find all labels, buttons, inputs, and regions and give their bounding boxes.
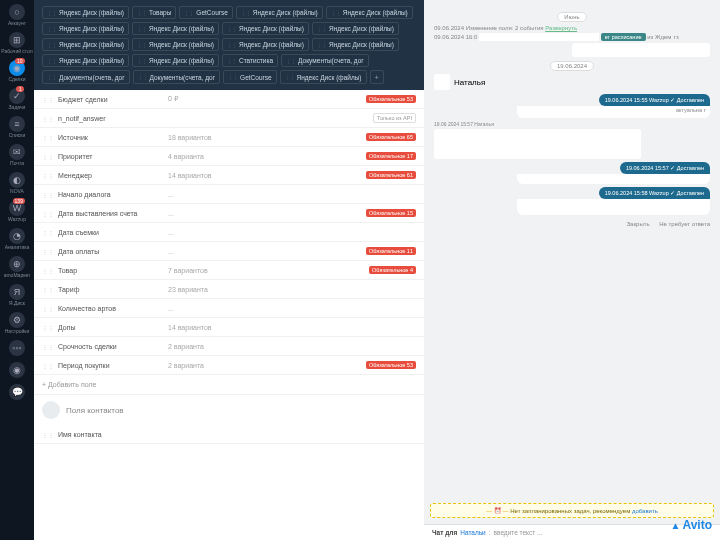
contact-name-field[interactable]: ⋮⋮ Имя контакта bbox=[34, 425, 424, 444]
field-row[interactable]: ⋮⋮Период покупки2 вариантаОбязательное 5… bbox=[34, 356, 424, 375]
tag-chip[interactable]: Яндекс Диск (файлы) bbox=[42, 22, 129, 35]
badge: 139 bbox=[13, 198, 25, 204]
sidebar-icon: ⊕ bbox=[9, 256, 25, 272]
field-row[interactable]: ⋮⋮Тариф23 варианта bbox=[34, 280, 424, 299]
sidebar-item-Аккаунт[interactable]: ○Аккаунт bbox=[8, 4, 26, 26]
field-row[interactable]: ⋮⋮Срочность сделки2 варианта bbox=[34, 337, 424, 356]
tag-chip[interactable]: Документы(счета, дог bbox=[42, 70, 130, 84]
sidebar-item-Wazzup[interactable]: W139Wazzup bbox=[8, 200, 26, 222]
field-row[interactable]: ⋮⋮Менеджер14 вариантовОбязательное 61 bbox=[34, 166, 424, 185]
tag-chip[interactable]: GetCourse bbox=[179, 6, 232, 19]
sidebar-icon: ◔ bbox=[9, 228, 25, 244]
tag-chip[interactable]: Яндекс Диск (файлы) bbox=[312, 22, 399, 35]
sidebar-item-amoМаркет[interactable]: ⊕amoМаркет bbox=[4, 256, 31, 278]
sidebar-icon: Я bbox=[9, 284, 25, 300]
noreply-action[interactable]: Не требует ответа bbox=[659, 221, 710, 227]
chat-placeholder[interactable]: введите текст ... bbox=[494, 529, 543, 536]
field-row[interactable]: ⋮⋮Приоритет4 вариантаОбязательное 17 bbox=[34, 147, 424, 166]
sidebar-item-Рабочий стол[interactable]: ⊞Рабочий стол bbox=[1, 32, 32, 54]
incoming-meta: 19.06 2024 15:57 Наталья bbox=[434, 121, 710, 127]
field-row[interactable]: ⋮⋮Начало диалога... bbox=[34, 185, 424, 204]
contacts-section: Поля контактов bbox=[34, 394, 424, 425]
field-row[interactable]: ⋮⋮Дата оплаты...Обязательное 11 bbox=[34, 242, 424, 261]
tag-chip[interactable]: Статистика bbox=[222, 54, 278, 67]
tag-chip[interactable]: Яндекс Диск (файлы) bbox=[312, 38, 399, 51]
field-value[interactable]: ... bbox=[168, 191, 416, 198]
field-value[interactable]: 2 варианта bbox=[168, 343, 416, 350]
tag-chip[interactable]: Яндекс Диск (файлы) bbox=[236, 6, 323, 19]
watermark: Avito bbox=[671, 518, 712, 532]
field-row[interactable]: ⋮⋮Дата съемки... bbox=[34, 223, 424, 242]
sidebar-item-Настройки[interactable]: ⚙Настройки bbox=[5, 312, 30, 334]
grip-icon: ⋮⋮ bbox=[42, 431, 54, 438]
field-value[interactable]: 7 вариантов bbox=[168, 267, 369, 274]
tag-chip[interactable]: Яндекс Диск (файлы) bbox=[42, 6, 129, 19]
tag-chip[interactable]: Яндекс Диск (файлы) bbox=[42, 38, 129, 51]
add-tag-button[interactable]: + bbox=[370, 70, 384, 84]
close-action[interactable]: Закрыть bbox=[627, 221, 650, 227]
sidebar-footer-icon[interactable]: ◉ bbox=[9, 362, 25, 378]
field-row[interactable]: ⋮⋮Дата выставления счета...Обязательное … bbox=[34, 204, 424, 223]
chat-contact-link[interactable]: Натальи bbox=[460, 529, 486, 536]
event-row: 09.06.2024 16:0 ет расписание из Ждем тз bbox=[434, 33, 710, 41]
sidebar-icon: ≡ bbox=[9, 116, 25, 132]
tag-chip[interactable]: Яндекс Диск (файлы) bbox=[222, 22, 309, 35]
contact-chip: Наталья bbox=[434, 74, 710, 90]
field-value[interactable]: 0 ₽ bbox=[168, 95, 366, 103]
field-row[interactable]: ⋮⋮Количество артов... bbox=[34, 299, 424, 318]
sidebar-footer-icon[interactable]: 💬 bbox=[9, 384, 25, 400]
field-value[interactable]: 23 варианта bbox=[168, 286, 416, 293]
field-value[interactable]: ... bbox=[168, 229, 416, 236]
status-chip: ет расписание bbox=[601, 33, 646, 41]
add-task-link[interactable]: добавить bbox=[632, 508, 658, 514]
date-separator: 19.06.2024 bbox=[434, 61, 710, 70]
sidebar-item-NOVA[interactable]: ◐NOVA bbox=[9, 172, 25, 194]
grip-icon: ⋮⋮ bbox=[42, 267, 54, 274]
sidebar-item-Сделки[interactable]: ◉10Сделки bbox=[8, 60, 25, 82]
tag-chip[interactable]: Яндекс Диск (файлы) bbox=[132, 38, 219, 51]
tag-chip[interactable]: Яндекс Диск (файлы) bbox=[132, 22, 219, 35]
tag-chip[interactable]: Документы(счета, дог bbox=[133, 70, 221, 84]
field-value[interactable]: 18 вариантов bbox=[168, 134, 366, 141]
sidebar-item-Задачи[interactable]: ✓1Задачи bbox=[9, 88, 26, 110]
sidebar-label: Аналитика bbox=[5, 245, 30, 250]
field-value[interactable]: 2 варианта bbox=[168, 362, 366, 369]
sidebar-item-Почта[interactable]: ✉Почта bbox=[9, 144, 25, 166]
tag-chip[interactable]: Яндекс Диск (файлы) bbox=[42, 54, 129, 67]
left-panel: Яндекс Диск (файлы)ТоварыGetCourseЯндекс… bbox=[34, 0, 424, 540]
sidebar-item-Аналитика[interactable]: ◔Аналитика bbox=[5, 228, 30, 250]
field-value[interactable]: ... bbox=[168, 305, 416, 312]
redacted bbox=[434, 129, 641, 159]
sidebar-item-Я.Диск[interactable]: ЯЯ.Диск bbox=[9, 284, 25, 306]
field-name: Период покупки bbox=[58, 362, 168, 369]
tag-chip[interactable]: Яндекс Диск (файлы) bbox=[222, 38, 309, 51]
field-value[interactable]: 14 вариантов bbox=[168, 324, 416, 331]
outgoing-message: 19.06.2024 15:58 Wazzup ✓ Доставлен bbox=[517, 187, 710, 215]
field-value[interactable]: 4 варианта bbox=[168, 153, 366, 160]
field-row[interactable]: ⋮⋮Источник18 вариантовОбязательное 65 bbox=[34, 128, 424, 147]
field-value[interactable]: 14 вариантов bbox=[168, 172, 366, 179]
field-row[interactable]: ⋮⋮Бюджет сделки0 ₽Обязательное 53 bbox=[34, 90, 424, 109]
right-panel: Июнь 09.06.2024 Изменение поля: 2 событи… bbox=[424, 0, 720, 540]
field-row[interactable]: ⋮⋮Товар7 вариантовОбязательное 4 bbox=[34, 261, 424, 280]
required-badge: Обязательное 53 bbox=[366, 95, 416, 103]
tag-chip[interactable]: Яндекс Диск (файлы) bbox=[326, 6, 413, 19]
field-value[interactable]: ... bbox=[168, 210, 366, 217]
field-row[interactable]: ⋮⋮n_notif_answerТолько из API bbox=[34, 109, 424, 128]
tag-chip[interactable]: Яндекс Диск (файлы) bbox=[280, 70, 367, 84]
add-field-button[interactable]: + Добавить поле bbox=[34, 375, 424, 394]
sidebar-icon: ◐ bbox=[9, 172, 25, 188]
sidebar-footer-icon[interactable]: ◦◦◦ bbox=[9, 340, 25, 356]
tag-chip[interactable]: Документы(счета, дог bbox=[281, 54, 369, 67]
field-value[interactable]: ... bbox=[168, 248, 366, 255]
field-name: Приоритет bbox=[58, 153, 168, 160]
message-actions: Закрыть Не требует ответа bbox=[434, 221, 710, 227]
grip-icon: ⋮⋮ bbox=[42, 134, 54, 141]
tag-chip[interactable]: GetCourse bbox=[223, 70, 276, 84]
field-row[interactable]: ⋮⋮Допы14 вариантов bbox=[34, 318, 424, 337]
tag-chip[interactable]: Товары bbox=[132, 6, 176, 19]
tag-chip[interactable]: Яндекс Диск (файлы) bbox=[132, 54, 219, 67]
sidebar-item-Списки[interactable]: ≡Списки bbox=[9, 116, 26, 138]
expand-link[interactable]: Развернуть bbox=[545, 25, 577, 31]
api-badge: Только из API bbox=[373, 113, 416, 123]
